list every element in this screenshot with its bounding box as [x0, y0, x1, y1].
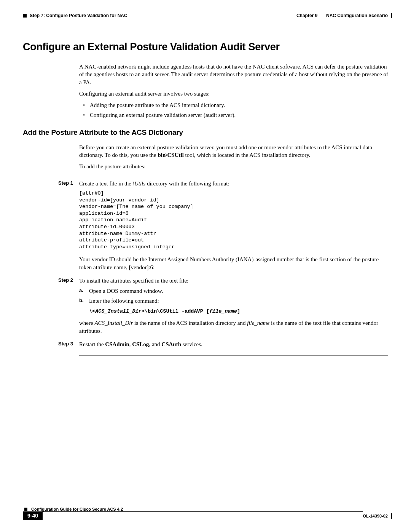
sub-item-b: b. Enter the following command: [79, 297, 388, 305]
sub-marker: a. [79, 287, 89, 295]
cmd-ital: file_name [209, 308, 237, 314]
step-label: Step 2 [58, 277, 79, 337]
divider [79, 355, 388, 356]
divider [79, 175, 388, 175]
step-3: Step 3 Restart the CSAdmin, CSLog, and C… [79, 340, 388, 351]
sub-text: Open a DOS command window. [89, 287, 388, 295]
footer-bottom-row: 9-40 OL-14390-02 [23, 511, 392, 520]
sub-list: a. Open a DOS command window. b. Enter t… [79, 287, 388, 305]
command-line: \<ACS_Install_Dir>\bin\CSUtil -addAVP [f… [89, 308, 388, 315]
section-title: Configure an External Posture Validation… [23, 41, 392, 53]
step-1: Step 1 Create a text file in the \Utils … [79, 180, 388, 274]
subsection-para1: Before you can create an external postur… [79, 144, 388, 159]
step-content: Restart the CSAdmin, CSLog, and CSAuth s… [79, 340, 388, 351]
step-content: Create a text file in the \Utils directo… [79, 180, 388, 274]
footer-title-row: Configuration Guide for Cisco Secure ACS… [23, 506, 392, 511]
step3-text: Restart the CSAdmin, CSLog, and CSAuth s… [79, 340, 388, 348]
steps-block: Step 1 Create a text file in the \Utils … [79, 175, 388, 356]
footer-square-icon [24, 508, 27, 511]
bullet-item: Configuring an external posture validati… [79, 111, 388, 119]
subsection-title: Add the Posture Attribute to the ACS Dic… [23, 128, 392, 137]
page-number-badge: 9-40 [23, 511, 43, 520]
step-label: Step 1 [58, 180, 79, 274]
page-header: Step 7: Configure Posture Validation for… [23, 13, 392, 18]
header-chapter-title: NAC Configuration Scenario [326, 13, 388, 18]
header-chapter: Chapter 9 [296, 13, 317, 18]
page-footer: Configuration Guide for Cisco Secure ACS… [23, 506, 392, 520]
step2-text: To install the attributes specified in t… [79, 277, 388, 285]
text-span: where [79, 320, 94, 326]
step1-text: Create a text file in the \Utils directo… [79, 180, 388, 188]
step-content: To install the attributes specified in t… [79, 277, 388, 337]
header-bar-icon [391, 13, 392, 18]
bold-span: CSAuth [161, 341, 181, 347]
text-span: is the name of the ACS installation dire… [133, 320, 247, 326]
text-span: Create a text file in the [79, 181, 133, 187]
bold-span: CSLog [132, 341, 149, 347]
footer-guide-title: Configuration Guide for Cisco Secure ACS… [31, 507, 123, 511]
italic-span: file_name [247, 320, 269, 326]
step-2: Step 2 To install the attributes specifi… [79, 277, 388, 337]
doc-number: OL-14390-02 [363, 514, 388, 518]
step1-after: Your vendor ID should be the Internet As… [79, 256, 388, 272]
text-span: services. [181, 341, 202, 347]
cmd-ital: \<ACS_Install_Dir> [89, 308, 145, 314]
subsection-body: Before you can create an external postur… [79, 144, 388, 171]
italic-span: ACS_Install_Dir [94, 320, 133, 326]
doc-number-wrap: OL-14390-02 [363, 511, 392, 520]
section-para2: Configuring an external audit server inv… [79, 90, 388, 97]
header-left-text: Step 7: Configure Posture Validation for… [30, 13, 127, 18]
header-right: Chapter 9 NAC Configuration Scenario [296, 13, 392, 18]
sub-item-a: a. Open a DOS command window. [79, 287, 388, 295]
step1-code: [attr#0] vendor-id=[your vendor id] vend… [79, 190, 388, 250]
cmd-plain: \bin\CSUtil -addAVP [ [145, 308, 209, 314]
text-span: Restart the [79, 341, 105, 347]
where-text: where ACS_Install_Dir is the name of the… [79, 319, 388, 335]
section-para1: A NAC-enabled network might include agen… [79, 63, 388, 86]
sub-text: Enter the following command: [89, 297, 388, 305]
cmd-plain: ] [237, 308, 240, 314]
text-span: tool, which is located in the ACS instal… [184, 152, 311, 158]
step-label: Step 3 [58, 340, 79, 351]
text-span: , and [149, 341, 161, 347]
subsection-para2: To add the posture attributes: [79, 163, 388, 170]
bold-span: CSAdmin [105, 341, 129, 347]
section-body: A NAC-enabled network might include agen… [79, 63, 388, 119]
section-bullets: Adding the posture attribute to the ACS … [79, 101, 388, 119]
bold-span: bin\CSUtil [158, 152, 183, 158]
header-square-icon [23, 14, 27, 18]
header-left: Step 7: Configure Posture Validation for… [23, 13, 127, 18]
text-span: directory with the following format: [145, 181, 229, 187]
bullet-item: Adding the posture attribute to the ACS … [79, 101, 388, 109]
italic-span: \Utils [133, 181, 145, 187]
footer-bar-icon [391, 513, 392, 519]
sub-marker: b. [79, 297, 89, 305]
